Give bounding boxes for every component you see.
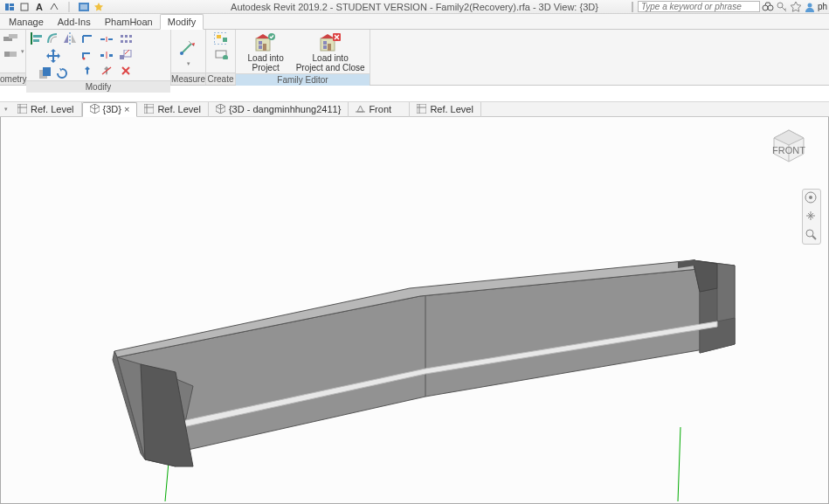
svg-line-86 bbox=[812, 236, 816, 239]
load-into-project-close-button[interactable]: Load into Project and Close bbox=[294, 31, 366, 73]
tab-label: Ref. Level bbox=[430, 104, 473, 114]
qat-list-icon[interactable] bbox=[78, 2, 90, 12]
svg-rect-52 bbox=[328, 44, 331, 51]
elevation-icon bbox=[356, 104, 366, 114]
svg-point-6 bbox=[763, 5, 768, 10]
rotate-icon[interactable] bbox=[55, 66, 69, 80]
svg-rect-23 bbox=[125, 35, 128, 38]
dropdown-icon[interactable]: ▾ bbox=[184, 59, 193, 68]
view-cube[interactable]: FRONT bbox=[770, 128, 807, 164]
svg-rect-41 bbox=[223, 38, 227, 42]
title-bar: A Autodesk Revit 2019.2 - STUDENT VERSIO… bbox=[0, 0, 829, 14]
button-label-l2: Project bbox=[252, 63, 280, 72]
unpin-icon[interactable] bbox=[99, 65, 114, 77]
tab-label: Ref. Level bbox=[157, 104, 201, 114]
svg-line-37 bbox=[182, 44, 191, 53]
panel-label: Create bbox=[206, 72, 235, 85]
ribbon-tab-strip: Manage Add-Ins PhamHoan Modify bbox=[0, 14, 829, 30]
panel-label: Modify bbox=[26, 80, 170, 93]
svg-rect-63 bbox=[417, 104, 426, 114]
svg-rect-50 bbox=[323, 41, 327, 45]
align-icon[interactable] bbox=[30, 31, 44, 45]
svg-point-43 bbox=[223, 55, 228, 59]
svg-rect-56 bbox=[17, 104, 27, 114]
navigation-bar[interactable] bbox=[802, 189, 821, 245]
3d-view-icon bbox=[216, 104, 226, 114]
tab-phamhoan[interactable]: PhamHoan bbox=[98, 15, 160, 29]
tab-label: Front bbox=[369, 104, 391, 114]
view-tab-ref-level[interactable]: Ref. Level bbox=[410, 102, 481, 117]
split-icon[interactable] bbox=[99, 33, 114, 45]
binoculars-icon[interactable] bbox=[762, 1, 774, 13]
offset-icon[interactable] bbox=[46, 31, 60, 45]
zoom-icon[interactable] bbox=[805, 228, 819, 242]
pin-icon[interactable] bbox=[79, 65, 95, 77]
panel-geometry: ▾ ometry bbox=[0, 30, 26, 85]
view-tab-ref-level[interactable]: Ref. Level bbox=[10, 102, 82, 117]
view-tab-3d-active[interactable]: {3D} × bbox=[82, 102, 138, 117]
join-icon[interactable] bbox=[3, 47, 17, 61]
svg-line-67 bbox=[678, 427, 680, 501]
plan-view-icon bbox=[417, 104, 427, 114]
split-gap-icon[interactable] bbox=[99, 49, 114, 61]
key-icon[interactable] bbox=[776, 1, 788, 13]
panel-measure: ▾ Measure bbox=[171, 30, 206, 85]
svg-point-38 bbox=[180, 52, 183, 55]
svg-point-85 bbox=[806, 230, 813, 237]
tab-modify[interactable]: Modify bbox=[160, 14, 204, 30]
svg-rect-11 bbox=[9, 34, 17, 38]
user-icon[interactable] bbox=[804, 1, 816, 13]
qat-icon[interactable] bbox=[48, 2, 60, 12]
tab-label: Ref. Level bbox=[31, 104, 74, 114]
delete-icon[interactable] bbox=[118, 65, 134, 77]
mirror-icon[interactable] bbox=[63, 31, 77, 45]
plan-view-icon bbox=[144, 104, 155, 114]
tab-addins[interactable]: Add-Ins bbox=[51, 15, 98, 29]
tab-close-icon[interactable]: × bbox=[124, 104, 129, 114]
panel-label: ometry bbox=[0, 72, 25, 85]
cut-icon[interactable] bbox=[3, 31, 17, 45]
star-icon[interactable] bbox=[790, 1, 802, 13]
trim-corner-icon[interactable] bbox=[79, 49, 95, 61]
scale-icon[interactable] bbox=[118, 49, 134, 61]
tab-list-dropdown-icon[interactable]: ▾ bbox=[2, 105, 10, 114]
panel-label: Measure bbox=[171, 72, 205, 85]
svg-rect-22 bbox=[121, 35, 123, 38]
svg-rect-0 bbox=[21, 3, 28, 10]
view-tab-strip: ▾ Ref. Level {3D} × Ref. Level {3D - dan… bbox=[0, 101, 829, 117]
button-label-l1: Load into bbox=[248, 53, 284, 63]
create-group-icon[interactable] bbox=[214, 31, 228, 45]
view-tab-ref-level[interactable]: Ref. Level bbox=[137, 102, 209, 117]
search-input[interactable] bbox=[638, 1, 760, 12]
array-icon[interactable] bbox=[118, 33, 134, 45]
button-label-l1: Load into bbox=[313, 53, 349, 63]
svg-rect-13 bbox=[10, 52, 17, 57]
move-icon[interactable] bbox=[41, 47, 66, 65]
letter-a-icon[interactable]: A bbox=[33, 2, 45, 12]
svg-rect-27 bbox=[129, 40, 132, 43]
measure-icon[interactable] bbox=[178, 36, 199, 57]
svg-rect-32 bbox=[120, 55, 124, 59]
plan-view-icon bbox=[17, 104, 28, 114]
3d-view-icon bbox=[90, 104, 100, 114]
create-similar-icon[interactable] bbox=[214, 47, 228, 61]
tab-manage[interactable]: Manage bbox=[2, 15, 51, 29]
steering-wheel-icon[interactable] bbox=[805, 191, 819, 205]
pan-icon[interactable] bbox=[805, 210, 819, 224]
tab-label: {3D} bbox=[103, 104, 121, 114]
3d-viewport[interactable]: FRONT bbox=[0, 117, 829, 504]
ribbon: ▾ ometry bbox=[0, 30, 829, 86]
qat-icon[interactable] bbox=[18, 2, 31, 12]
load-into-project-button[interactable]: Load into Project bbox=[239, 31, 292, 73]
qat-star-icon[interactable] bbox=[93, 2, 105, 12]
modify-tool-grid bbox=[79, 33, 135, 79]
svg-rect-19 bbox=[43, 67, 51, 76]
app-menu-icon[interactable] bbox=[3, 2, 16, 12]
svg-rect-45 bbox=[259, 41, 262, 45]
copy-icon[interactable] bbox=[38, 66, 52, 80]
svg-rect-15 bbox=[33, 35, 42, 38]
view-tab-front[interactable]: Front bbox=[349, 102, 410, 117]
title-right-tools: ph bbox=[632, 1, 827, 13]
view-tab-3d-named[interactable]: {3D - dangminhhung2411} bbox=[209, 102, 349, 117]
trim-icon[interactable] bbox=[79, 33, 95, 45]
